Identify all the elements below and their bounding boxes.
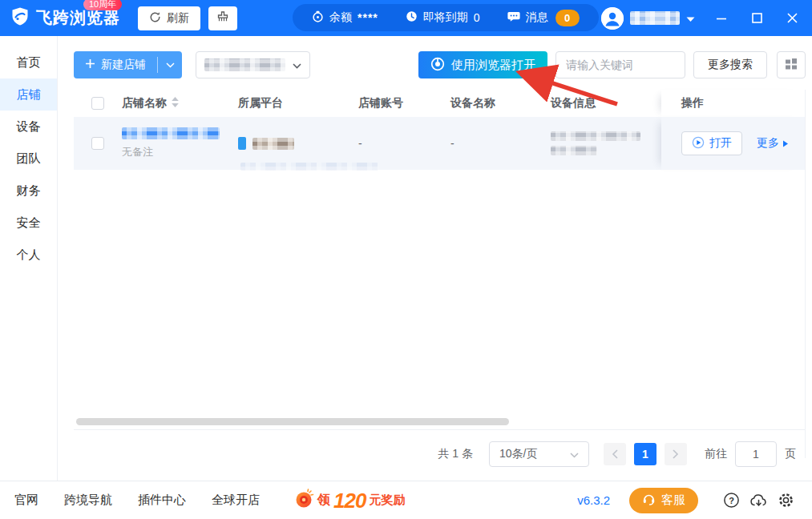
goto-label: 前往 — [705, 447, 727, 461]
shop-name-redacted[interactable] — [122, 127, 220, 139]
open-shop-button[interactable]: 打开 — [681, 131, 742, 155]
refresh-icon — [149, 11, 161, 26]
col-platform: 所属平台 — [238, 96, 283, 111]
col-shop-name: 店铺名称 — [122, 96, 167, 111]
sidebar-item-devices[interactable]: 设备 — [0, 111, 57, 143]
reward-promo[interactable]: 领 120 元奖励 — [293, 489, 405, 513]
caret-down-icon[interactable] — [686, 11, 695, 26]
close-button[interactable] — [780, 6, 804, 30]
sort-icon[interactable] — [171, 96, 180, 111]
col-device-info: 设备信息 — [551, 96, 596, 109]
play-icon — [692, 136, 705, 151]
sidebar-item-finance[interactable]: 财务 — [0, 175, 57, 207]
device-info-redacted-line1 — [551, 131, 640, 141]
prev-page-button[interactable] — [604, 443, 626, 465]
scroll-track-line — [74, 429, 806, 430]
select-all-checkbox[interactable] — [91, 97, 104, 110]
headset-icon — [642, 493, 656, 508]
balance-status[interactable]: 余额 **** — [312, 10, 378, 25]
search-input[interactable] — [555, 51, 685, 78]
message-icon — [507, 10, 520, 25]
shop-remark: 无备注 — [122, 145, 238, 159]
more-arrow-icon — [782, 137, 789, 150]
sidebar-item-home[interactable]: 首页 — [0, 46, 57, 78]
sidebar: 首页 店铺 设备 团队 财务 安全 个人 — [0, 36, 58, 481]
promo-amount: 120 — [333, 490, 366, 511]
customer-support-button[interactable]: 客服 — [629, 488, 698, 513]
app-logo: 飞跨浏览器 10周年 — [10, 6, 120, 30]
chevron-down-icon — [570, 448, 579, 461]
plus-icon — [85, 58, 95, 71]
expiring-count: 0 — [474, 11, 480, 24]
shop-account-value: - — [358, 137, 362, 150]
page-size-select[interactable]: 10条/页 — [489, 441, 589, 467]
clean-brush-icon — [216, 10, 229, 26]
col-device-name: 设备名称 — [450, 96, 495, 109]
next-page-button[interactable] — [665, 443, 687, 465]
sidebar-item-personal[interactable]: 个人 — [0, 239, 57, 271]
col-shop-account: 店铺账号 — [358, 96, 403, 109]
platform-name-redacted — [252, 138, 294, 150]
footer-link-crossborder-nav[interactable]: 跨境导航 — [64, 493, 112, 508]
titlebar: 飞跨浏览器 10周年 刷新 — [0, 0, 812, 36]
horizontal-scrollbar[interactable] — [74, 418, 806, 426]
more-search-button[interactable]: 更多搜索 — [693, 51, 767, 78]
table-right-divider — [805, 90, 806, 458]
account-status-bar: 余额 **** 即将到期 0 消息 0 — [293, 4, 599, 31]
maximize-button[interactable] — [745, 6, 769, 30]
avatar[interactable] — [601, 7, 624, 30]
new-shop-button[interactable]: 新建店铺 — [74, 51, 182, 78]
settings-button[interactable] — [774, 489, 798, 513]
footer-link-global-store[interactable]: 全球开店 — [212, 493, 260, 508]
total-count-text: 共 1 条 — [438, 447, 473, 461]
horizontal-scrollbar-thumb[interactable] — [76, 418, 509, 425]
help-button[interactable]: ? — [719, 489, 743, 513]
username-redacted — [630, 11, 680, 25]
promo-suffix: 元奖励 — [369, 493, 405, 508]
new-shop-dropdown-toggle[interactable] — [158, 51, 182, 78]
page-unit-label: 页 — [785, 447, 796, 461]
expiring-status[interactable]: 即将到期 0 — [406, 10, 480, 25]
pagination-bar: 共 1 条 10条/页 1 前往 页 — [74, 440, 806, 469]
reward-gift-icon — [293, 489, 314, 513]
version-label: v6.3.2 — [577, 493, 610, 507]
sidebar-item-team[interactable]: 团队 — [0, 143, 57, 175]
browser-icon — [430, 57, 445, 74]
chevron-down-icon — [293, 58, 301, 72]
main-content: 新建店铺 — [58, 36, 812, 481]
coin-icon — [312, 10, 324, 25]
shop-toolbar: 新建店铺 — [74, 51, 806, 78]
shop-group-select[interactable] — [196, 51, 310, 78]
open-with-browser-button[interactable]: 使用浏览器打开 — [418, 51, 547, 78]
more-actions-link[interactable]: 更多 — [757, 136, 789, 151]
svg-text:?: ? — [729, 496, 734, 505]
sidebar-item-shops[interactable]: 店铺 — [0, 78, 57, 111]
page-number-button[interactable]: 1 — [634, 443, 656, 465]
device-info-redacted-line2 — [551, 146, 597, 155]
goto-page-input[interactable] — [735, 441, 777, 467]
refresh-button[interactable]: 刷新 — [138, 6, 200, 30]
table-header: 店铺名称 所属平台 店铺账号 设备名称 设备信息 操作 — [74, 90, 806, 117]
col-actions: 操作 — [681, 96, 704, 111]
shop-table-row[interactable]: 无备注 - - 打开 — [74, 117, 806, 170]
row-checkbox[interactable] — [91, 137, 104, 150]
anniversary-badge: 10周年 — [83, 0, 122, 10]
clock-icon — [406, 10, 418, 25]
cloud-download-button[interactable] — [746, 489, 770, 513]
minimize-button[interactable] — [709, 6, 733, 30]
sidebar-item-security[interactable]: 安全 — [0, 207, 57, 239]
shield-logo-icon — [10, 6, 30, 30]
balance-value: **** — [358, 11, 378, 24]
footer-bar: 官网 跨境导航 插件中心 全球开店 领 120 元奖励 v6.3.2 — [0, 481, 812, 519]
device-name-value: - — [450, 137, 454, 150]
footer-link-plugin-center[interactable]: 插件中心 — [138, 493, 186, 508]
promo-prefix: 领 — [317, 492, 330, 509]
watermark-blur-remnant — [240, 163, 378, 171]
platform-logo-icon — [238, 137, 246, 150]
shop-group-redacted — [204, 58, 285, 71]
layout-grid-button[interactable] — [777, 51, 806, 78]
grid-icon — [785, 58, 798, 73]
clean-cache-button[interactable] — [208, 6, 237, 30]
messages-status[interactable]: 消息 0 — [507, 10, 580, 26]
footer-link-official-site[interactable]: 官网 — [14, 493, 38, 508]
